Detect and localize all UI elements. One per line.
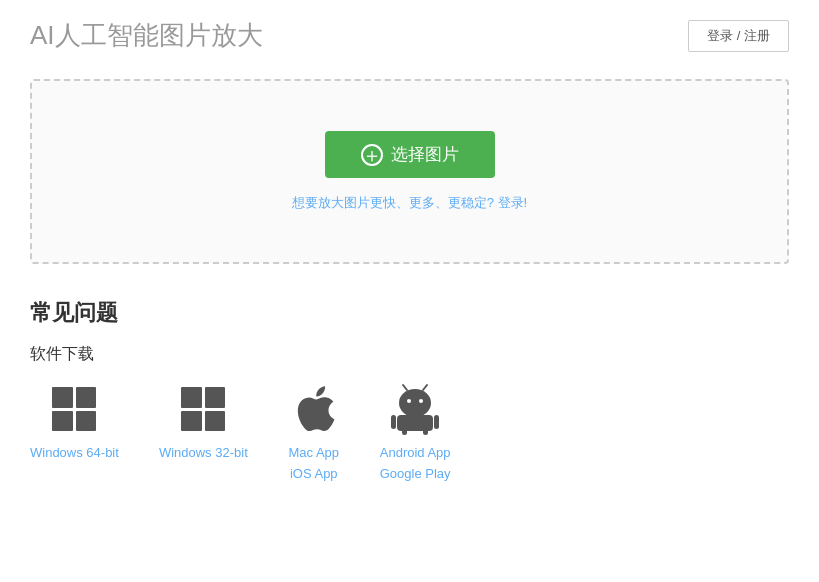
faq-title: 常见问题 xyxy=(30,298,789,328)
svg-rect-8 xyxy=(402,429,407,435)
faq-section: 常见问题 xyxy=(0,288,819,328)
svg-line-3 xyxy=(403,385,407,390)
select-image-button[interactable]: ＋ 选择图片 xyxy=(325,131,495,178)
download-item-win64[interactable]: Windows 64-bit xyxy=(30,383,119,464)
svg-line-4 xyxy=(423,385,427,390)
svg-rect-5 xyxy=(397,415,433,431)
header: AI人工智能图片放大 登录 / 注册 xyxy=(0,0,819,63)
download-section: 软件下载 Windows 64-bit Windows 32-bit xyxy=(0,344,819,515)
login-button[interactable]: 登录 / 注册 xyxy=(688,20,789,52)
svg-point-2 xyxy=(419,399,423,403)
svg-rect-6 xyxy=(391,415,396,429)
windows32-icon xyxy=(177,383,229,435)
svg-rect-7 xyxy=(434,415,439,429)
download-grid: Windows 64-bit Windows 32-bit Mac App xyxy=(30,383,789,485)
select-image-label: 选择图片 xyxy=(391,143,459,166)
upload-hint: 想要放大图片更快、更多、更稳定? 登录! xyxy=(292,194,527,212)
svg-point-1 xyxy=(407,399,411,403)
svg-point-0 xyxy=(399,389,431,417)
download-android-label: Android AppGoogle Play xyxy=(380,443,451,485)
apple-icon xyxy=(288,383,340,435)
download-win32-label: Windows 32-bit xyxy=(159,443,248,464)
download-section-title: 软件下载 xyxy=(30,344,789,365)
download-win64-label: Windows 64-bit xyxy=(30,443,119,464)
upload-area[interactable]: ＋ 选择图片 想要放大图片更快、更多、更稳定? 登录! xyxy=(30,79,789,264)
download-mac-label: Mac AppiOS App xyxy=(288,443,339,485)
download-item-win32[interactable]: Windows 32-bit xyxy=(159,383,248,464)
page-title: AI人工智能图片放大 xyxy=(30,18,263,53)
download-item-mac[interactable]: Mac AppiOS App xyxy=(288,383,340,485)
svg-rect-9 xyxy=(423,429,428,435)
android-icon xyxy=(389,383,441,435)
download-item-android[interactable]: Android AppGoogle Play xyxy=(380,383,451,485)
windows64-icon xyxy=(48,383,100,435)
plus-icon: ＋ xyxy=(361,144,383,166)
